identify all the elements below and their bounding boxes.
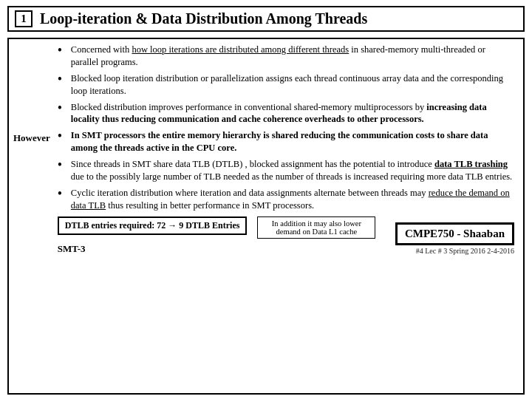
bold-3a: increasing data locality thus reducing c… [71,102,487,125]
bullet-item-2: • Blocked loop iteration distribution or… [58,72,514,98]
bullet-item-3: • Blocked distribution improves performa… [58,101,514,126]
page: 1 Loop-iteration & Data Distribution Amo… [0,0,532,399]
dtlb-info-row: DTLB entries required: 72 → 9 DTLB Entri… [58,216,376,239]
bottom-row: DTLB entries required: 72 → 9 DTLB Entri… [58,216,514,255]
dtlb-text: DTLB entries required: 72 → 9 DTLB Entri… [65,220,240,231]
cmpe-label: CMPE750 - Shaaban [405,228,505,239]
info-box: In addition it may also lower demand on … [257,216,375,239]
bullet-text-3: Blocked distribution improves performanc… [71,101,514,126]
bottom-right: CMPE750 - Shaaban #4 Lec # 3 Spring 2016… [389,222,514,255]
slide-number: 1 [15,10,33,27]
bullet-dot: • [58,129,68,144]
bullet-item-1: • Concerned with how loop iterations are… [58,44,514,69]
bottom-left: DTLB entries required: 72 → 9 DTLB Entri… [58,216,376,255]
underline-6: reduce the demand on data TLB [71,188,510,211]
however-label: However [9,44,55,389]
bullet-text-5: Since threads in SMT share data TLB (DTL… [71,158,514,183]
underline-1: how loop iterations are distributed amon… [132,44,349,55]
bullet-dot: • [58,158,68,173]
bullet-item-6: • Cyclic iteration distribution where it… [58,187,514,212]
bullet-dot: • [58,72,68,87]
bullet-text-6: Cyclic iteration distribution where iter… [71,187,514,212]
cmpe-box: CMPE750 - Shaaban [395,222,514,245]
slide-info: #4 Lec # 3 Spring 2016 2-4-2016 [416,247,514,255]
bold-underline-5: data TLB trashing [434,159,508,169]
bullet-dot: • [58,44,68,58]
bullet-text-1: Concerned with how loop iterations are d… [71,44,514,69]
main-content: However • Concerned with how loop iterat… [7,38,525,395]
title-bar: 1 Loop-iteration & Data Distribution Amo… [7,6,525,32]
bullet-dot: • [58,187,68,202]
bullet-item-5: • Since threads in SMT share data TLB (D… [58,158,514,183]
bold-4a: In SMT processors the entire memory hier… [71,130,488,153]
bullet-text-2: Blocked loop iteration distribution or p… [71,72,514,98]
bullet-text-4: In SMT processors the entire memory hier… [71,129,514,154]
info-text: In addition it may also lower demand on … [272,219,361,236]
dtlb-box: DTLB entries required: 72 → 9 DTLB Entri… [58,216,248,235]
bullet-item-4: • In SMT processors the entire memory hi… [58,129,514,154]
slide-title: Loop-iteration & Data Distribution Among… [40,10,367,27]
bullet-dot: • [58,101,68,116]
bullet-list: • Concerned with how loop iterations are… [55,44,517,389]
smt-label: SMT-3 [58,243,86,255]
